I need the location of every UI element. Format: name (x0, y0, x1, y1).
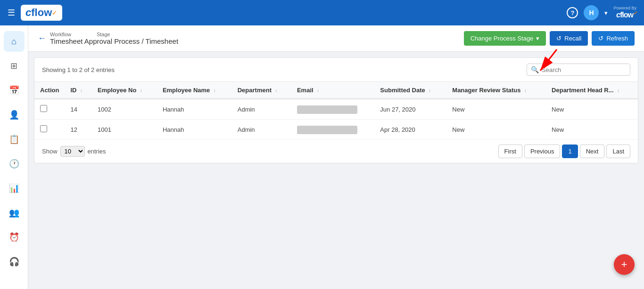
th-email[interactable]: Email ↕ (291, 82, 374, 99)
table-row: 14 1002 Hannah Admin email@example.com J… (34, 99, 638, 120)
search-box[interactable]: 🔍 (527, 64, 630, 76)
sidebar-item-calendar[interactable]: 📅 (4, 80, 25, 101)
th-id[interactable]: ID ↕ (65, 82, 92, 99)
powered-by: Powered By cflow✓ (613, 6, 636, 19)
row1-checkbox[interactable] (40, 105, 47, 112)
row1-empno: 1002 (92, 99, 157, 120)
th-department[interactable]: Department ↕ (232, 82, 291, 99)
breadcrumb-separator1 (73, 32, 95, 37)
recall-icon: ↺ (556, 35, 561, 42)
row1-dept: Admin (232, 99, 291, 120)
search-input[interactable] (542, 66, 626, 73)
stage-label: Stage (97, 32, 110, 37)
row2-empname: Hannah (157, 120, 232, 140)
sidebar-item-headset[interactable]: 🎧 (4, 251, 25, 272)
sort-dh-icon[interactable]: ↕ (617, 88, 619, 93)
sort-empno-icon[interactable]: ↕ (140, 88, 142, 93)
sidebar-item-grid[interactable]: ⊞ (4, 56, 25, 76)
pagination-buttons: First Previous 1 Next Last (498, 144, 630, 158)
workflow-label: Workflow (50, 32, 71, 37)
top-navbar: ☰ cflow✓ ? H ▾ Powered By cflow✓ (0, 0, 644, 25)
show-entries: Show 10 25 50 100 entries (42, 146, 106, 157)
sidebar-item-report[interactable]: 📊 (4, 178, 25, 199)
sort-date-icon[interactable]: ↕ (429, 88, 431, 93)
sidebar-item-history[interactable]: 🕐 (4, 153, 25, 174)
row2-checkbox-cell[interactable] (34, 120, 65, 140)
hamburger-icon[interactable]: ☰ (8, 8, 15, 18)
row2-dept-head: New (546, 120, 638, 140)
refresh-label: Refresh (606, 35, 628, 42)
table-scroll[interactable]: Action ID ↕ Employee No ↕ Empl (34, 82, 638, 140)
show-label: Show (42, 148, 58, 155)
row1-email: email@example.com (291, 99, 374, 120)
data-table: Action ID ↕ Employee No ↕ Empl (34, 82, 638, 140)
sidebar-item-home[interactable]: ⌂ (4, 31, 25, 52)
row1-dept-head: New (546, 99, 638, 120)
sidebar-item-list[interactable]: 📋 (4, 129, 25, 150)
th-employee-no[interactable]: Employee No ↕ (92, 82, 157, 99)
recall-label: Recall (564, 35, 581, 42)
refresh-button[interactable]: ↺ Refresh (592, 31, 635, 46)
main-content: ← Workflow Stage Timesheet Approval Proc… (28, 25, 644, 289)
page-1-button[interactable]: 1 (562, 144, 578, 158)
row2-empno: 1001 (92, 120, 157, 140)
change-process-stage-button[interactable]: Change Process Stage ▾ (464, 31, 546, 46)
th-employee-name[interactable]: Employee Name ↕ (157, 82, 232, 99)
refresh-icon: ↺ (598, 35, 603, 42)
row2-date: Apr 28, 2020 (374, 120, 446, 140)
pagination-row: Show 10 25 50 100 entries First Previous… (34, 140, 638, 163)
search-icon: 🔍 (531, 66, 539, 73)
fab-add-button[interactable]: + (614, 254, 635, 275)
first-page-button[interactable]: First (498, 144, 522, 158)
showing-text: Showing 1 to 2 of 2 entries (42, 66, 115, 73)
sidebar: ⌂ ⊞ 📅 👤 📋 🕐 📊 👥 ⏰ 🎧 (0, 25, 28, 289)
sidebar-item-group[interactable]: 👥 (4, 202, 25, 223)
row1-date: Jun 27, 2020 (374, 99, 446, 120)
row2-checkbox[interactable] (40, 125, 47, 132)
table-header-row: Action ID ↕ Employee No ↕ Empl (34, 82, 638, 99)
row2-mgr-status: New (446, 120, 546, 140)
sort-id-icon[interactable]: ↕ (80, 88, 83, 93)
user-avatar[interactable]: H (584, 5, 599, 20)
page-title: Timesheet Approval Process / Timesheet (50, 37, 178, 45)
next-page-button[interactable]: Next (580, 144, 605, 158)
page-header: ← Workflow Stage Timesheet Approval Proc… (28, 25, 644, 52)
back-button[interactable]: ← (38, 33, 46, 43)
row1-id: 14 (65, 99, 92, 120)
sort-dept-icon[interactable]: ↕ (275, 88, 278, 93)
row1-mgr-status: New (446, 99, 546, 120)
row1-checkbox-cell[interactable] (34, 99, 65, 120)
table-section: Showing 1 to 2 of 2 entries 🔍 Action (34, 57, 638, 163)
per-page-select[interactable]: 10 25 50 100 (60, 146, 85, 157)
header-actions: Change Process Stage ▾ ↺ Recall ↺ Refres… (464, 31, 635, 46)
th-submitted-date[interactable]: Submitted Date ↕ (374, 82, 446, 99)
row2-email: email@example.com (291, 120, 374, 140)
row1-empname: Hannah (157, 99, 232, 120)
last-page-button[interactable]: Last (606, 144, 630, 158)
sort-empname-icon[interactable]: ↕ (214, 88, 216, 93)
row2-id: 12 (65, 120, 92, 140)
dropdown-icon: ▾ (536, 35, 539, 42)
change-process-label: Change Process Stage (471, 35, 534, 42)
chevron-down-icon[interactable]: ▾ (604, 9, 608, 16)
entries-label: entries (88, 148, 106, 155)
th-action: Action (34, 82, 65, 99)
th-manager-review[interactable]: Manager Review Status ↕ (446, 82, 546, 99)
sidebar-item-user[interactable]: 👤 (4, 104, 25, 125)
sort-email-icon[interactable]: ↕ (317, 88, 319, 93)
table-row: 12 1001 Hannah Admin email@example.com A… (34, 120, 638, 140)
recall-button[interactable]: ↺ Recall (550, 31, 588, 46)
previous-page-button[interactable]: Previous (524, 144, 561, 158)
logo: cflow✓ (21, 5, 62, 21)
sort-mgr-icon[interactable]: ↕ (524, 88, 527, 93)
help-button[interactable]: ? (567, 7, 578, 18)
sidebar-item-clock[interactable]: ⏰ (4, 227, 25, 248)
table-toolbar: Showing 1 to 2 of 2 entries 🔍 (34, 58, 638, 82)
th-dept-head[interactable]: Department Head R... ↕ (546, 82, 638, 99)
row2-dept: Admin (232, 120, 291, 140)
